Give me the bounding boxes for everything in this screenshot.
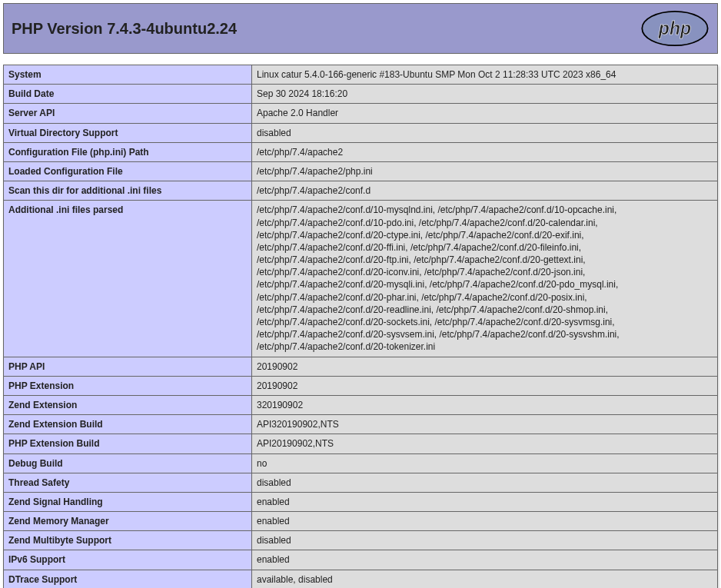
phpinfo-table: SystemLinux catur 5.4.0-166-generic #183… bbox=[3, 65, 718, 588]
config-key: Debug Build bbox=[4, 453, 252, 473]
config-value: /etc/php/7.4/apache2/php.ini bbox=[252, 161, 718, 181]
config-key: Zend Signal Handling bbox=[4, 492, 252, 511]
config-key: Zend Memory Manager bbox=[4, 512, 252, 531]
config-value: enabled bbox=[252, 512, 718, 531]
table-row: DTrace Supportavailable, disabled bbox=[4, 570, 718, 588]
php-logo-icon: php bbox=[640, 10, 709, 47]
table-row: Virtual Directory Supportdisabled bbox=[4, 123, 718, 142]
config-value: enabled bbox=[252, 492, 718, 511]
table-row: Loaded Configuration File/etc/php/7.4/ap… bbox=[4, 161, 718, 181]
config-key: System bbox=[4, 65, 252, 85]
svg-text:php: php bbox=[658, 18, 691, 38]
table-row: Configuration File (php.ini) Path/etc/ph… bbox=[4, 142, 718, 161]
config-value: API320190902,NTS bbox=[252, 415, 718, 434]
config-value: /etc/php/7.4/apache2/conf.d/10-mysqlnd.i… bbox=[252, 201, 718, 357]
config-key: Server API bbox=[4, 104, 252, 123]
table-row: Scan this dir for additional .ini files/… bbox=[4, 181, 718, 201]
config-key: DTrace Support bbox=[4, 570, 252, 588]
config-key: Zend Extension bbox=[4, 395, 252, 414]
table-row: PHP API20190902 bbox=[4, 357, 718, 376]
config-key: Scan this dir for additional .ini files bbox=[4, 181, 252, 201]
table-row: Zend Signal Handlingenabled bbox=[4, 492, 718, 511]
config-key: PHP Extension Build bbox=[4, 434, 252, 453]
table-row: Debug Buildno bbox=[4, 453, 718, 473]
config-key: Zend Extension Build bbox=[4, 415, 252, 434]
config-value: Apache 2.0 Handler bbox=[252, 104, 718, 123]
config-value: Sep 30 2024 18:16:20 bbox=[252, 85, 718, 104]
config-value: /etc/php/7.4/apache2/conf.d bbox=[252, 181, 718, 201]
config-value: disabled bbox=[252, 531, 718, 550]
config-key: Zend Multibyte Support bbox=[4, 531, 252, 550]
config-key: PHP API bbox=[4, 357, 252, 376]
table-row: PHP Extension BuildAPI20190902,NTS bbox=[4, 434, 718, 453]
table-row: SystemLinux catur 5.4.0-166-generic #183… bbox=[4, 65, 718, 85]
table-row: Zend Extension320190902 bbox=[4, 395, 718, 414]
table-row: Server APIApache 2.0 Handler bbox=[4, 104, 718, 123]
config-value: 320190902 bbox=[252, 395, 718, 414]
config-key: IPv6 Support bbox=[4, 550, 252, 570]
config-key: Thread Safety bbox=[4, 473, 252, 492]
table-row: Thread Safetydisabled bbox=[4, 473, 718, 492]
config-value: API20190902,NTS bbox=[252, 434, 718, 453]
table-row: IPv6 Supportenabled bbox=[4, 550, 718, 570]
config-value: enabled bbox=[252, 550, 718, 570]
config-key: Virtual Directory Support bbox=[4, 123, 252, 142]
config-value: no bbox=[252, 453, 718, 473]
page-title: PHP Version 7.4.3-4ubuntu2.24 bbox=[12, 20, 237, 38]
config-key: Loaded Configuration File bbox=[4, 161, 252, 181]
config-key: Configuration File (php.ini) Path bbox=[4, 142, 252, 161]
table-row: Additional .ini files parsed/etc/php/7.4… bbox=[4, 201, 718, 357]
config-value: Linux catur 5.4.0-166-generic #183-Ubunt… bbox=[252, 65, 718, 85]
table-row: Zend Multibyte Supportdisabled bbox=[4, 531, 718, 550]
config-value: 20190902 bbox=[252, 376, 718, 395]
config-key: Additional .ini files parsed bbox=[4, 201, 252, 357]
config-value: /etc/php/7.4/apache2 bbox=[252, 142, 718, 161]
config-key: Build Date bbox=[4, 85, 252, 104]
table-row: Build DateSep 30 2024 18:16:20 bbox=[4, 85, 718, 104]
config-value: disabled bbox=[252, 473, 718, 492]
page-header: PHP Version 7.4.3-4ubuntu2.24 php bbox=[3, 3, 718, 54]
table-row: Zend Extension BuildAPI320190902,NTS bbox=[4, 415, 718, 434]
config-value: 20190902 bbox=[252, 357, 718, 376]
config-value: disabled bbox=[252, 123, 718, 142]
table-row: PHP Extension20190902 bbox=[4, 376, 718, 395]
table-row: Zend Memory Managerenabled bbox=[4, 512, 718, 531]
config-key: PHP Extension bbox=[4, 376, 252, 395]
config-value: available, disabled bbox=[252, 570, 718, 588]
